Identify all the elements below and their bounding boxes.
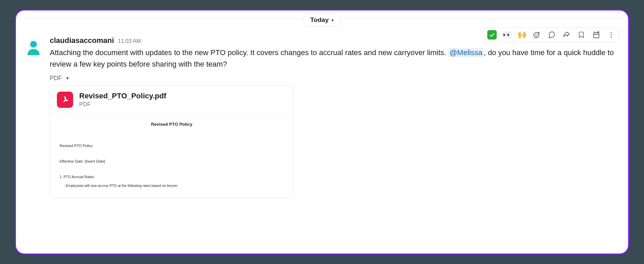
file-section-toggle[interactable]: PDF ▼ <box>50 75 619 82</box>
attachment-card[interactable]: Revised_PTO_Policy.pdf PDF Revised PTO P… <box>50 85 294 198</box>
message-header: claudiasaccomani 11:03 AM <box>50 36 619 45</box>
preview-line-2: Effective Date: [Insert Date] <box>60 159 284 163</box>
message-text-part1: Attaching the document with updates to t… <box>50 48 448 57</box>
attachment-filetype: PDF <box>79 101 166 108</box>
attachment-preview: Revised PTO Policy Revised PTO Policy Ef… <box>50 114 293 198</box>
svg-point-2 <box>537 34 537 34</box>
message: claudiasaccomani 11:03 AM Attaching the … <box>25 36 619 198</box>
preview-line-4: - Employees will now accrue PTO at the f… <box>64 184 284 188</box>
pdf-icon <box>57 92 73 108</box>
file-section-label: PDF <box>50 75 62 82</box>
attachment-filename: Revised_PTO_Policy.pdf <box>79 92 166 100</box>
timestamp[interactable]: 11:03 AM <box>118 38 141 44</box>
message-body: claudiasaccomani 11:03 AM Attaching the … <box>50 36 619 198</box>
svg-point-12 <box>610 34 611 35</box>
chevron-down-icon: ▼ <box>65 76 70 81</box>
preview-line-3: 1. PTO Accrual Rates: <box>60 175 284 179</box>
attachment-header: Revised_PTO_Policy.pdf PDF <box>50 86 293 114</box>
avatar[interactable] <box>25 39 42 55</box>
chevron-down-icon: ▾ <box>331 18 334 23</box>
attachment-meta: Revised_PTO_Policy.pdf PDF <box>79 92 166 108</box>
mention[interactable]: @Melissa <box>448 48 484 57</box>
svg-point-1 <box>535 34 536 34</box>
preview-title: Revised PTO Policy <box>60 122 284 127</box>
svg-point-14 <box>30 41 37 48</box>
svg-point-11 <box>610 32 611 33</box>
date-divider-pill[interactable]: Today ▾ <box>303 13 341 27</box>
message-text: Attaching the document with updates to t… <box>50 47 619 70</box>
chat-card: Today ▾ 👀 🙌 <box>15 9 629 255</box>
username[interactable]: claudiasaccomani <box>50 36 114 45</box>
preview-line-1: Revised PTO Policy <box>60 144 284 148</box>
date-label: Today <box>310 16 329 24</box>
